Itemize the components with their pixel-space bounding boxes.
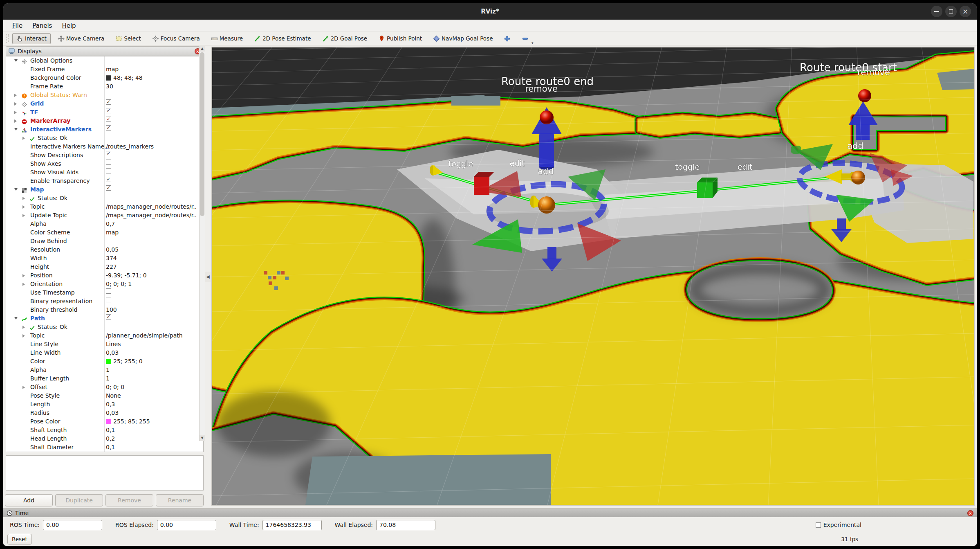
down-arrow-shaft-start[interactable] — [837, 218, 846, 230]
panel-collapse-arrow[interactable]: ◀ — [205, 272, 211, 282]
imarker-mid-cube[interactable] — [697, 178, 718, 198]
tree-row-resolution[interactable]: Resolution0,05 — [6, 245, 203, 254]
tool-navmap-goal-pose[interactable]: NavMap Goal Pose — [429, 33, 497, 44]
tree-row-line-width[interactable]: Line Width0,03 — [6, 349, 203, 357]
property-value[interactable] — [106, 297, 111, 302]
tree-row-markerarray[interactable]: MarkerArray✓ — [6, 117, 203, 125]
collapse-arrow-icon[interactable] — [22, 214, 25, 217]
tree-row-status-ok[interactable]: Status: Ok — [6, 323, 203, 331]
tree-row-head-length[interactable]: Head Length0,2 — [6, 434, 203, 443]
tree-row-alpha[interactable]: Alpha1 — [6, 366, 203, 374]
expand-arrow-icon[interactable] — [14, 128, 18, 130]
tool-interact[interactable]: Interact — [12, 33, 51, 44]
tree-row-global-status-warn[interactable]: !Global Status: Warn — [6, 91, 203, 99]
tool-focus-camera[interactable]: Focus Camera — [148, 33, 204, 44]
close-button[interactable]: × — [960, 6, 971, 17]
tree-row-interactive-markers-name[interactable]: Interactive Markers Name…/routes_imarker… — [6, 142, 203, 151]
menu-help[interactable]: Help — [57, 20, 81, 31]
tree-row-pose-color[interactable]: Pose Color255; 85; 255 — [6, 417, 203, 426]
tool-measure[interactable]: Measure — [207, 33, 247, 44]
tree-row-update-topic[interactable]: Update Topic/maps_manager_node/routes/r.… — [6, 211, 203, 220]
expand-arrow-icon[interactable] — [14, 59, 18, 62]
property-value[interactable]: 1 — [106, 366, 110, 374]
tree-row-position[interactable]: Position-9.39; -5.71; 0 — [6, 271, 203, 280]
tree-row-interactivemarkers[interactable]: InteractiveMarkers✓ — [6, 125, 203, 134]
checkbox-checked[interactable]: ✓ — [106, 108, 111, 113]
tree-row-path[interactable]: Path✓ — [6, 314, 203, 323]
property-value[interactable]: 0,05 — [106, 245, 119, 254]
property-value[interactable]: map — [106, 65, 119, 74]
collapse-arrow-icon[interactable] — [22, 326, 25, 329]
tree-row-status-ok[interactable]: Status: Ok — [6, 194, 203, 202]
add-arrow-shaft-end[interactable] — [539, 133, 554, 167]
minimize-button[interactable] — [931, 6, 942, 17]
tree-row-status-ok[interactable]: Status: Ok — [6, 134, 203, 142]
property-value[interactable] — [106, 160, 111, 165]
tree-row-binary-representation[interactable]: Binary representation — [6, 297, 203, 306]
tree-row-height[interactable]: Height227 — [6, 263, 203, 271]
property-value[interactable]: 227 — [106, 263, 117, 271]
property-value[interactable]: ✓ — [106, 99, 111, 105]
scroll-down-icon[interactable]: ▼ — [200, 435, 205, 441]
collapse-arrow-icon[interactable] — [14, 119, 17, 123]
property-value[interactable]: 0,1 — [106, 426, 115, 434]
remove-sphere-start[interactable] — [858, 89, 871, 102]
tree-row-background-color[interactable]: Background Color48; 48; 48 — [6, 74, 203, 82]
collapse-arrow-icon[interactable] — [22, 197, 25, 200]
collapse-arrow-icon[interactable] — [14, 102, 17, 106]
tree-row-topic[interactable]: Topic/maps_manager_node/routes/r.. — [6, 202, 203, 211]
scroll-up-icon[interactable]: ▲ — [200, 46, 205, 52]
render-view[interactable]: Route route0 endremoveaddtoggleedittoggl… — [211, 47, 975, 506]
property-value[interactable]: 255; 85; 255 — [106, 417, 150, 426]
tree-row-map[interactable]: Map✓ — [6, 185, 203, 194]
collapse-arrow-icon[interactable] — [14, 94, 17, 97]
collapse-arrow-icon[interactable] — [14, 111, 17, 114]
property-value[interactable]: -9.39; -5.71; 0 — [106, 271, 147, 280]
property-value[interactable]: ✓ — [106, 177, 111, 182]
property-value[interactable]: 0,03 — [106, 409, 119, 417]
tree-row-buffer-length[interactable]: Buffer Length1 — [6, 374, 203, 383]
add-button[interactable]: Add — [5, 494, 53, 506]
tool-select[interactable]: Select — [111, 33, 145, 44]
property-value[interactable]: ✓ — [106, 151, 111, 156]
remove-sphere-end[interactable] — [540, 110, 554, 124]
tree-row-length[interactable]: Length0,3 — [6, 400, 203, 409]
checkbox-checked[interactable]: ✓ — [106, 185, 111, 191]
waypoint-cube-red[interactable] — [474, 177, 489, 195]
tree-row-global-options[interactable]: Global Options — [6, 56, 203, 65]
checkbox-checked[interactable]: ✓ — [106, 125, 111, 130]
tool-2d-pose-estimate[interactable]: 2D Pose Estimate — [250, 33, 315, 44]
property-value[interactable]: /planner_node/simple/path — [106, 331, 183, 340]
tree-row-tf[interactable]: TF✓ — [6, 108, 203, 117]
tree-row-pose-style[interactable]: Pose StyleNone — [6, 392, 203, 400]
duplicate-button[interactable]: Duplicate — [55, 494, 103, 506]
rename-button[interactable]: Rename — [156, 494, 204, 506]
tool-move-camera[interactable]: Move Camera — [54, 33, 108, 44]
property-value[interactable] — [106, 237, 111, 242]
property-value[interactable]: None — [106, 392, 121, 400]
property-value[interactable]: ✓ — [106, 108, 111, 113]
tree-row-line-style[interactable]: Line StyleLines — [6, 340, 203, 349]
property-value[interactable]: 0,7 — [106, 220, 115, 228]
collapse-arrow-icon[interactable] — [22, 205, 25, 209]
property-value[interactable]: 30 — [106, 82, 113, 91]
property-value[interactable]: /maps_manager_node/routes/r.. — [106, 211, 197, 220]
property-value[interactable]: ✓ — [106, 185, 111, 191]
tree-row-draw-behind[interactable]: Draw Behind — [6, 237, 203, 245]
property-value[interactable]: 1 — [106, 374, 110, 383]
tree-row-binary-threshold[interactable]: Binary threshold100 — [6, 306, 203, 314]
property-value[interactable]: 0; 0; 0; 1 — [106, 280, 132, 288]
tree-row-offset[interactable]: Offset0; 0; 0 — [6, 383, 203, 392]
tree-row-color-scheme[interactable]: Color Schememap — [6, 228, 203, 237]
wall-time-input[interactable] — [262, 520, 322, 530]
tree-row-shaft-length[interactable]: Shaft Length0,1 — [6, 426, 203, 434]
tool-publish-point[interactable]: Publish Point — [374, 33, 426, 44]
remove-button[interactable]: Remove — [105, 494, 153, 506]
property-value[interactable]: ✓ — [106, 314, 111, 320]
checkbox-unchecked[interactable] — [106, 237, 111, 242]
tree-row-width[interactable]: Width374 — [6, 254, 203, 263]
property-value[interactable]: 0,03 — [106, 349, 119, 357]
property-value[interactable]: /maps_manager_node/routes/r.. — [106, 202, 197, 211]
tree-row-enable-transparency[interactable]: Enable Transparency✓ — [6, 177, 203, 185]
checkbox-unchecked[interactable] — [106, 288, 111, 294]
